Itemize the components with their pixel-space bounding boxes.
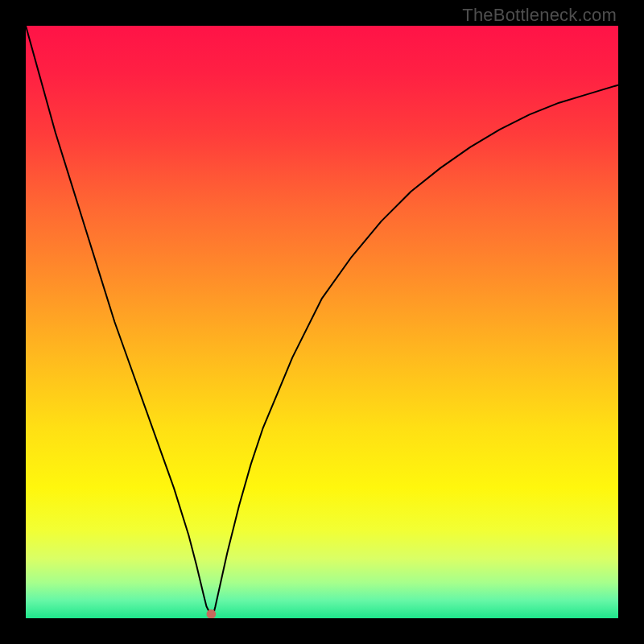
chart-container: TheBottleneck.com bbox=[0, 0, 644, 644]
curve-layer bbox=[26, 26, 618, 618]
bottleneck-curve bbox=[26, 26, 618, 618]
plot-area bbox=[26, 26, 618, 618]
watermark-text: TheBottleneck.com bbox=[462, 5, 617, 26]
